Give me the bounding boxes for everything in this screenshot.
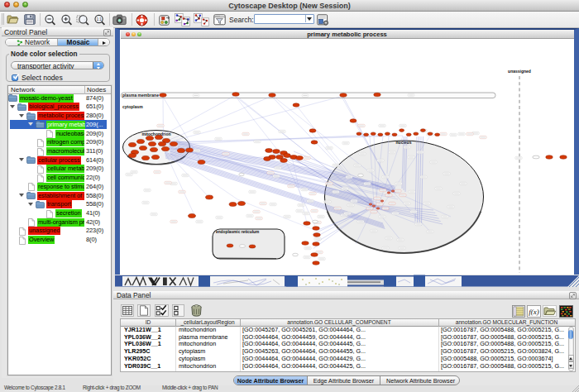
svg-text:1:1: 1:1 — [96, 17, 102, 22]
svg-text:endoplasmic reticulum: endoplasmic reticulum — [216, 230, 259, 234]
svg-text:plasma membrane: plasma membrane — [122, 93, 159, 98]
svg-text:cytoplasm: cytoplasm — [122, 104, 143, 109]
svg-text:unassigned: unassigned — [508, 69, 531, 74]
svg-text:f(x): f(x) — [529, 307, 539, 315]
